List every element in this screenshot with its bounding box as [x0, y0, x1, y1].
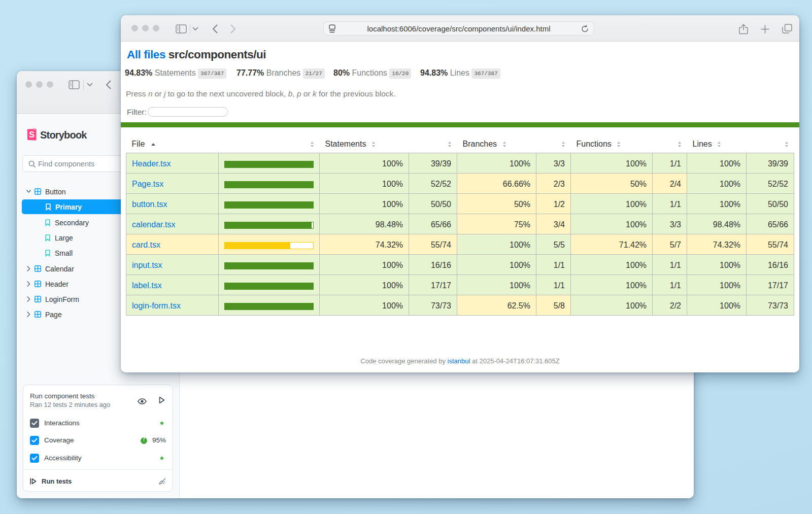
svg-text:S: S [29, 130, 35, 139]
